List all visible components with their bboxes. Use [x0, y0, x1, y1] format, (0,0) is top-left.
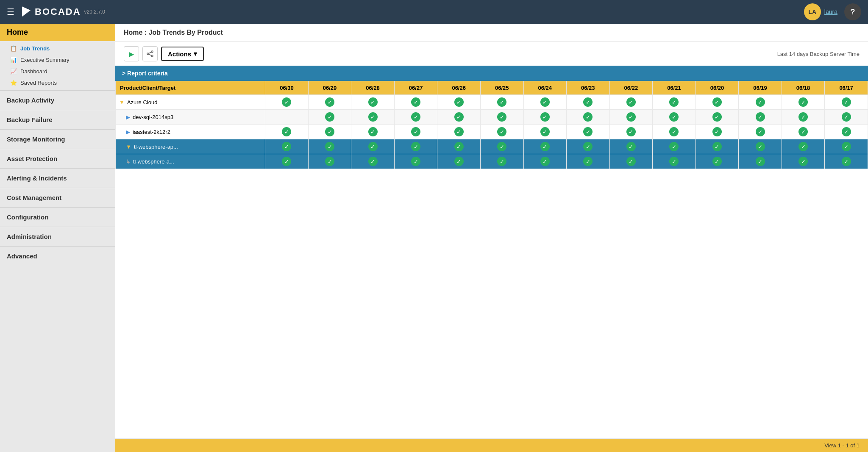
check-icon: ✓	[626, 127, 636, 136]
check-icon: ✓	[282, 97, 291, 107]
cell-name: ▶iaastest-2k12r2	[116, 125, 265, 139]
table-row[interactable]: ▶dev-sql-2014sp3✓✓✓✓✓✓✓✓✓✓✓✓✓	[116, 110, 868, 125]
collapse-arrow[interactable]: ▼	[126, 144, 131, 150]
check-icon: ✓	[756, 127, 765, 136]
sidebar-item-home[interactable]: Home	[0, 24, 115, 41]
check-icon: ✓	[540, 157, 550, 166]
cell-check-tl-websphere-a-13: ✓	[825, 154, 868, 169]
col-date-06-20: 06/20	[696, 81, 739, 95]
cell-check-iaastest-4: ✓	[437, 125, 481, 139]
table-body: ▼Azure Cloud✓✓✓✓✓✓✓✓✓✓✓✓✓✓▶dev-sql-2014s…	[116, 95, 868, 169]
cell-check-dev-sql-7: ✓	[567, 110, 610, 125]
check-icon: ✓	[454, 112, 464, 122]
check-icon: ✓	[583, 127, 593, 136]
cell-name: ↳tl-websphere-a...	[116, 154, 265, 169]
cell-check-tl-websphere-a-9: ✓	[653, 154, 696, 169]
cell-check-tl-websphere-a-10: ✓	[696, 154, 739, 169]
sidebar-item-job-trends[interactable]: 📋Job Trends	[0, 43, 115, 54]
cell-check-tl-websphere-ap-11: ✓	[739, 139, 782, 154]
hamburger-menu[interactable]: ☰	[7, 7, 14, 17]
check-icon: ✓	[712, 157, 722, 166]
sidebar-item-executive-summary[interactable]: 📊Executive Summary	[0, 54, 115, 66]
check-icon: ✓	[325, 112, 334, 122]
cell-check-tl-websphere-ap-5: ✓	[480, 139, 523, 154]
main-content: Home : Job Trends By Product ▶ Actions ▾…	[115, 24, 868, 452]
sidebar-item-administration[interactable]: Administration	[0, 227, 115, 246]
check-icon: ✓	[325, 142, 334, 151]
check-icon: ✓	[540, 127, 550, 136]
sidebar-item-cost-management[interactable]: Cost Management	[0, 188, 115, 207]
table-row[interactable]: ▼tl-websphere-ap...✓✓✓✓✓✓✓✓✓✓✓✓✓✓	[116, 139, 868, 154]
cell-check-tl-websphere-ap-13: ✓	[825, 139, 868, 154]
check-icon: ✓	[583, 97, 593, 107]
svg-line-5	[149, 54, 151, 55]
expand-arrow[interactable]: ▶	[126, 129, 130, 135]
sidebar-item-asset-protection[interactable]: Asset Protection	[0, 149, 115, 168]
cell-check-azure-cloud-5: ✓	[480, 95, 523, 110]
cell-check-iaastest-10: ✓	[696, 125, 739, 139]
check-icon: ✓	[756, 157, 765, 166]
collapse-arrow[interactable]: ▼	[119, 99, 125, 105]
check-icon: ✓	[712, 142, 722, 151]
check-icon: ✓	[497, 97, 506, 107]
run-button[interactable]: ▶	[124, 46, 139, 61]
sidebar-item-backup-activity[interactable]: Backup Activity	[0, 90, 115, 110]
check-icon: ✓	[325, 127, 334, 136]
check-icon: ✓	[798, 127, 808, 136]
check-icon: ✓	[325, 97, 334, 107]
cell-check-azure-cloud-12: ✓	[782, 95, 825, 110]
check-icon: ✓	[368, 157, 378, 166]
sidebar-item-alerting-incidents[interactable]: Alerting & Incidents	[0, 168, 115, 188]
check-icon: ✓	[669, 142, 679, 151]
expand-arrow[interactable]: ▶	[126, 114, 130, 120]
table-row[interactable]: ↳tl-websphere-a...✓✓✓✓✓✓✓✓✓✓✓✓✓✓	[116, 154, 868, 169]
check-icon: ✓	[325, 157, 334, 166]
cell-check-dev-sql-13: ✓	[825, 110, 868, 125]
user-avatar[interactable]: LA	[804, 3, 821, 20]
cell-check-iaastest-3: ✓	[394, 125, 437, 139]
check-icon: ✓	[842, 142, 851, 151]
cell-check-azure-cloud-11: ✓	[739, 95, 782, 110]
check-icon: ✓	[454, 97, 464, 107]
help-button[interactable]: ?	[844, 3, 861, 20]
row-name-iaastest: iaastest-2k12r2	[133, 129, 170, 135]
check-icon: ✓	[282, 142, 291, 151]
sidebar-item-dashboard[interactable]: 📈Dashboard	[0, 66, 115, 77]
sidebar-item-storage-monitoring[interactable]: Storage Monitoring	[0, 129, 115, 149]
logo-icon	[19, 5, 33, 19]
check-icon: ✓	[798, 157, 808, 166]
cell-check-tl-websphere-ap-9: ✓	[653, 139, 696, 154]
sidebar-item-advanced[interactable]: Advanced	[0, 246, 115, 266]
cell-check-iaastest-12: ✓	[782, 125, 825, 139]
cell-check-iaastest-13: ✓	[825, 125, 868, 139]
report-criteria-bar[interactable]: > Report criteria	[115, 66, 868, 81]
share-button[interactable]	[142, 46, 158, 61]
user-name-link[interactable]: laura	[824, 8, 837, 15]
cell-check-tl-websphere-a-8: ✓	[609, 154, 653, 169]
check-icon: ✓	[368, 142, 378, 151]
dashboard-icon: 📈	[10, 68, 17, 75]
sidebar-item-configuration[interactable]: Configuration	[0, 207, 115, 227]
col-date-06-27: 06/27	[394, 81, 437, 95]
cell-check-dev-sql-2: ✓	[351, 110, 395, 125]
table-row[interactable]: ▶iaastest-2k12r2✓✓✓✓✓✓✓✓✓✓✓✓✓✓	[116, 125, 868, 139]
check-icon: ✓	[282, 157, 291, 166]
report-criteria-label: > Report criteria	[122, 70, 168, 77]
table-header: Product/Client/Target06/3006/2906/2806/2…	[116, 81, 868, 95]
check-icon: ✓	[756, 142, 765, 151]
actions-button[interactable]: Actions ▾	[161, 47, 204, 61]
cell-check-azure-cloud-2: ✓	[351, 95, 395, 110]
table-row[interactable]: ▼Azure Cloud✓✓✓✓✓✓✓✓✓✓✓✓✓✓	[116, 95, 868, 110]
cell-check-iaastest-1: ✓	[308, 125, 351, 139]
check-icon: ✓	[798, 142, 808, 151]
sidebar-item-backup-failure[interactable]: Backup Failure	[0, 110, 115, 129]
sidebar-item-saved-reports[interactable]: ⭐Saved Reports	[0, 77, 115, 89]
check-icon: ✓	[540, 142, 550, 151]
check-icon: ✓	[669, 112, 679, 122]
check-icon: ✓	[712, 97, 722, 107]
check-icon: ✓	[454, 157, 464, 166]
cell-check-dev-sql-4: ✓	[437, 110, 481, 125]
cell-check-azure-cloud-10: ✓	[696, 95, 739, 110]
cell-check-tl-websphere-ap-4: ✓	[437, 139, 481, 154]
cell-check-iaastest-9: ✓	[653, 125, 696, 139]
